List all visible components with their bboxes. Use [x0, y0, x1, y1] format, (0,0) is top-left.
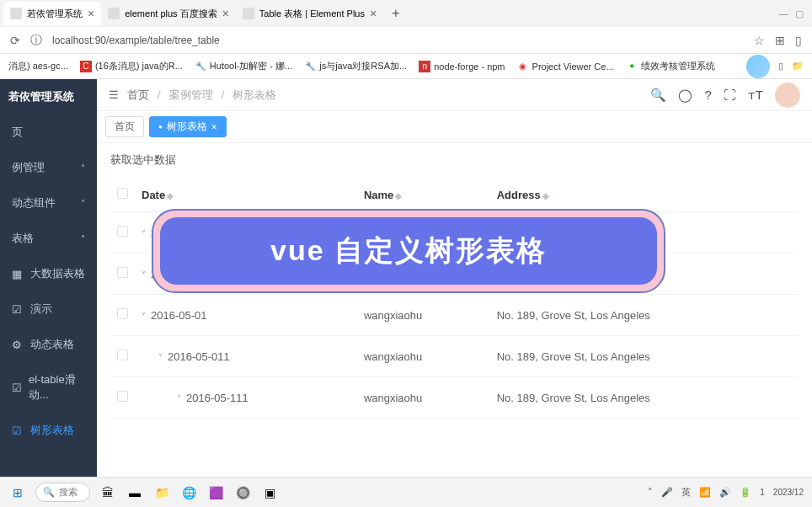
chrome-icon[interactable]: 🌐	[179, 483, 198, 502]
sidebar-item-demo[interactable]: ☑演示	[0, 291, 97, 327]
tray-time[interactable]: 1	[760, 488, 765, 497]
tray-date[interactable]: 2023/12	[773, 488, 804, 497]
col-date[interactable]: Date◆	[135, 178, 357, 212]
checkbox[interactable]	[117, 226, 128, 237]
taskbar: ⊞ 🔍 搜索 🏛 ▬ 📁 🌐 🟪 🔘 ▣ ˄ 🎤 英 📶 🔊 🔋 1 2023/…	[0, 477, 812, 507]
breadcrumb-item[interactable]: 案例管理	[169, 88, 213, 103]
close-icon[interactable]: ×	[370, 7, 377, 20]
folder-icon[interactable]: ▯	[778, 61, 783, 72]
favicon-icon	[10, 8, 22, 19]
url-input[interactable]: localhost:90/example/table/tree_table	[52, 35, 744, 46]
close-icon[interactable]: ×	[211, 121, 217, 133]
table-row[interactable]: ˅2016-05-011 wangxiaohu No. 189, Grove S…	[110, 336, 799, 377]
bookmark-item[interactable]: ✦绩效考核管理系统	[626, 60, 715, 72]
reload-icon[interactable]: ⟳	[10, 34, 20, 47]
info-icon[interactable]: ⓘ	[30, 33, 42, 48]
sidebar-item-eltable[interactable]: ☑el-table滑动...	[0, 362, 97, 413]
tray-mic-icon[interactable]: 🎤	[661, 487, 673, 498]
tray-up-icon[interactable]: ˄	[648, 487, 653, 498]
sort-icon[interactable]: ◆	[542, 191, 549, 200]
explorer-icon[interactable]: 📁	[152, 483, 171, 502]
search-icon[interactable]: 🔍	[650, 88, 666, 103]
hamburger-icon[interactable]: ☰	[109, 88, 119, 101]
taskbar-app-icon[interactable]: ▬	[126, 483, 144, 502]
sidebar: 若依管理系统 页 例管理˄ 动态组件˅ 表格˄ ▦大数据表格 ☑演示 ⚙动态表格…	[0, 79, 97, 477]
chevron-down-icon: ˅	[81, 199, 85, 208]
breadcrumb-item: 树形表格	[232, 88, 276, 103]
chevron-down-icon[interactable]: ˅	[142, 229, 146, 238]
chevron-down-icon[interactable]: ˅	[142, 312, 146, 321]
taskbar-search[interactable]: 🔍 搜索	[35, 483, 90, 502]
folder-icon[interactable]: 📁	[792, 61, 804, 72]
checkbox[interactable]	[117, 350, 128, 360]
chevron-up-icon: ˄	[81, 163, 85, 173]
bookmark-item[interactable]: ◉Project Viewer Ce...	[517, 61, 614, 72]
col-name[interactable]: Name◆	[357, 178, 490, 212]
profile-avatar[interactable]	[746, 55, 770, 78]
bookmark-item[interactable]: 🔧Hutool-加解密 - 娜...	[195, 60, 292, 72]
breadcrumb-item[interactable]: 首页	[127, 88, 149, 103]
sidebar-item-home[interactable]: 页	[0, 115, 97, 150]
terminal-icon[interactable]: ▣	[260, 483, 279, 502]
sidebar-item-treetable[interactable]: ☑树形表格	[0, 413, 97, 448]
tab-0[interactable]: 若依管理系统 ×	[3, 2, 101, 25]
sidebar-title: 若依管理系统	[0, 79, 97, 115]
star-icon[interactable]: ☆	[754, 34, 765, 47]
tab-1[interactable]: element plus 百度搜索 ×	[101, 2, 236, 25]
help-icon[interactable]: ?	[704, 88, 711, 102]
tag-treetable[interactable]: 树形表格×	[149, 116, 227, 137]
windows-start-icon[interactable]: ⊞	[8, 483, 27, 502]
tab-2[interactable]: Table 表格 | Element Plus ×	[236, 2, 383, 25]
close-icon[interactable]: ×	[222, 7, 229, 20]
favicon-icon	[243, 8, 254, 19]
new-tab-button[interactable]: +	[383, 6, 408, 21]
sidebar-item-dynamic[interactable]: 动态组件˅	[0, 185, 97, 221]
checkbox[interactable]	[117, 391, 128, 402]
col-address[interactable]: Address◆	[490, 178, 799, 212]
font-icon[interactable]: ᴛT	[748, 88, 763, 103]
sort-icon[interactable]: ◆	[167, 191, 174, 200]
minimize-icon[interactable]: —	[779, 8, 788, 19]
tab-label: element plus 百度搜索	[125, 8, 216, 20]
extension-icon[interactable]: ⊞	[775, 34, 785, 47]
tray-lang[interactable]: 英	[681, 486, 691, 499]
maximize-icon[interactable]: ▢	[795, 8, 804, 19]
breadcrumb-sep: /	[222, 88, 225, 101]
chevron-down-icon[interactable]: ˅	[177, 394, 181, 403]
check-icon: ☑	[12, 382, 22, 394]
bookmark-item[interactable]: nnode-forge - npm	[419, 61, 505, 72]
user-avatar[interactable]	[775, 83, 800, 108]
table-row[interactable]: ˅2016-05-01 wangxiaohu No. 189, Grove St…	[110, 295, 799, 336]
checkbox-all[interactable]	[117, 188, 128, 199]
bookmark-item[interactable]: 🔧js与java对接RSA加...	[304, 60, 407, 72]
close-icon[interactable]: ×	[88, 7, 94, 20]
sidebar-item-bigdata[interactable]: ▦大数据表格	[0, 256, 97, 291]
tag-home[interactable]: 首页	[105, 116, 144, 137]
taskbar-app-icon[interactable]: 🔘	[233, 483, 252, 502]
table-row[interactable]: ˅2016-05-111 wangxiaohu No. 189, Grove S…	[110, 377, 799, 419]
sort-icon[interactable]: ◆	[395, 191, 402, 200]
breadcrumb-sep: /	[158, 88, 161, 101]
fullscreen-icon[interactable]: ⛶	[724, 88, 736, 102]
sidebar-item-table[interactable]: 表格˄	[0, 221, 97, 256]
sidebar-item-dyntable[interactable]: ⚙动态表格	[0, 327, 97, 362]
favicon-icon	[108, 8, 120, 19]
bookmark-item[interactable]: 消息) aes-gc...	[8, 60, 68, 72]
bookmark-item[interactable]: C(16条消息) java的R...	[80, 60, 183, 72]
battery-icon[interactable]: 🔋	[740, 487, 751, 498]
chevron-down-icon[interactable]: ˅	[158, 353, 163, 362]
address-bar: ⟳ ⓘ localhost:90/example/table/tree_tabl…	[0, 27, 812, 54]
github-icon[interactable]: ◯	[678, 88, 692, 103]
panel-icon[interactable]: ▯	[795, 34, 802, 47]
taskbar-app-icon[interactable]: 🏛	[99, 483, 117, 502]
wifi-icon[interactable]: 📶	[699, 487, 711, 498]
checkbox[interactable]	[117, 308, 128, 319]
sidebar-item-cases[interactable]: 例管理˄	[0, 150, 97, 185]
table-icon: ▦	[12, 268, 24, 280]
chevron-down-icon[interactable]: ˅	[142, 270, 146, 280]
browser-tabs: 若依管理系统 × element plus 百度搜索 × Table 表格 | …	[0, 0, 812, 27]
checkbox[interactable]	[117, 267, 128, 278]
volume-icon[interactable]: 🔊	[719, 487, 731, 498]
get-selected-button[interactable]: 获取选中数据	[110, 152, 176, 168]
taskbar-app-icon[interactable]: 🟪	[206, 483, 225, 502]
